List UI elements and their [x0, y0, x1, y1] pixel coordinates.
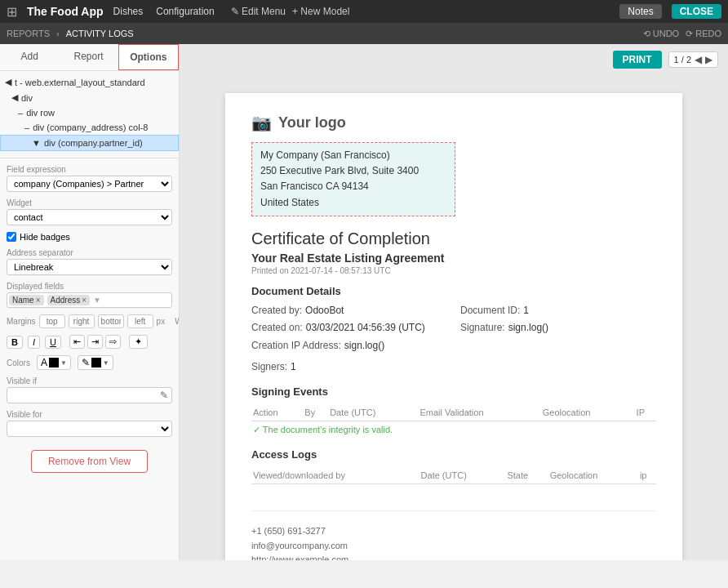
tab-report[interactable]: Report: [59, 44, 118, 70]
displayed-fields-row: Displayed fields Name × Address × ▼: [0, 278, 179, 311]
integrity-message: ✓ The document's integrity is valid.: [253, 425, 393, 434]
align-left-btn[interactable]: ⇤: [69, 335, 85, 349]
top-navigation: ⊞ The Food App Dishes Configuration ✎ Ed…: [0, 0, 728, 23]
margin-top[interactable]: [39, 314, 65, 328]
nav-dishes[interactable]: Dishes: [113, 6, 144, 17]
text-color-btn[interactable]: A ▼: [37, 355, 71, 370]
address-line-2: San Francisco CA 94134: [260, 179, 446, 194]
align-center-btn[interactable]: ⇥: [87, 335, 103, 349]
margin-bottom[interactable]: [98, 314, 124, 328]
tree-item-3[interactable]: – div (company_address) col-8: [0, 120, 179, 135]
hide-badges-checkbox[interactable]: [7, 232, 16, 242]
align-right-btn[interactable]: ⇨: [105, 335, 121, 349]
alignment-buttons: ⇤ ⇥ ⇨: [69, 335, 121, 349]
edit-menu-btn[interactable]: ✎ Edit Menu: [231, 6, 286, 17]
margin-right[interactable]: [69, 314, 95, 328]
footer-website: http://www.example.com: [251, 553, 656, 560]
col-state: State: [505, 467, 548, 484]
doc-id-label: Document ID:: [460, 302, 520, 320]
creation-ip-label: Creation IP Address:: [251, 337, 341, 355]
signing-table-header-row: Action By Date (UTC) Email Validation Ge…: [251, 404, 656, 421]
margin-px: px: [157, 317, 166, 326]
tree-label: div row: [26, 108, 55, 118]
nav-configuration[interactable]: Configuration: [156, 6, 214, 17]
italic-btn[interactable]: I: [28, 336, 40, 349]
col-date-utc: Date (UTC): [419, 467, 506, 484]
creation-ip-value: sign.log(): [344, 337, 384, 355]
field-expression-select[interactable]: company (Companies) > Partner: [7, 176, 172, 192]
tree-arrow: ◀: [11, 92, 18, 103]
tree-item-4[interactable]: ▼ div (company.partner_id): [0, 135, 179, 151]
redo-btn[interactable]: ⟳ REDO: [686, 29, 721, 39]
text-color-icon: A: [41, 357, 47, 368]
tree-item-2[interactable]: – div row: [0, 105, 179, 120]
creation-ip: Creation IP Address: sign.log(): [251, 337, 447, 355]
app-name: The Food App: [27, 5, 104, 18]
notes-button[interactable]: Notes: [619, 4, 661, 19]
tree-arrow: –: [24, 122, 29, 132]
visible-for-select[interactable]: [7, 421, 172, 437]
widget-select[interactable]: contact: [7, 209, 172, 225]
left-sidebar: Add Report Options ◀ t - web.external_la…: [0, 44, 180, 560]
visible-if-label: Visible if: [7, 376, 172, 385]
tree-item-0[interactable]: ◀ t - web.external_layout_standard: [0, 74, 179, 90]
field-tag-name: Name ×: [9, 295, 44, 305]
font-style-btn[interactable]: ✦: [129, 335, 148, 349]
col-date: Date (UTC): [328, 404, 418, 421]
visible-if-input[interactable]: ✎: [7, 387, 172, 403]
address-line-0: My Company (San Francisco): [260, 148, 446, 163]
right-content: PRINT 1 / 2 ◀ ▶ 📷 Your logo My Company (…: [180, 44, 728, 560]
prev-page-btn[interactable]: ◀: [695, 54, 702, 65]
app-grid-icon[interactable]: ⊞: [7, 4, 17, 20]
bg-color-swatch: [91, 358, 101, 368]
signature: Signature: sign.log(): [460, 319, 656, 337]
address-box[interactable]: My Company (San Francisco) 250 Executive…: [251, 142, 455, 216]
created-on: Created on: 03/03/2021 04:56:39 (UTC): [251, 319, 447, 337]
breadcrumb-activity[interactable]: ACTIVITY LOGS: [66, 29, 134, 38]
access-logs-title: Access Logs: [251, 448, 656, 461]
underline-btn[interactable]: U: [45, 336, 61, 349]
address-separator-select[interactable]: Linebreak: [7, 259, 172, 275]
tree-structure: ◀ t - web.external_layout_standard ◀ div…: [0, 71, 179, 154]
document-title: Certificate of Completion: [251, 229, 656, 248]
undo-btn[interactable]: ⟲ UNDO: [643, 29, 679, 39]
bg-color-btn[interactable]: ✎ ▼: [78, 355, 113, 370]
next-page-btn[interactable]: ▶: [705, 54, 712, 65]
created-on-value: 03/03/2021 04:56:39 (UTC): [306, 319, 425, 337]
tree-item-1[interactable]: ◀ div: [0, 90, 179, 105]
margins-label: Margins: [7, 317, 36, 326]
edit-icon[interactable]: ✎: [160, 390, 168, 401]
document-subtitle: Your Real Estate Listing Agreement: [251, 252, 656, 265]
widget-row: Widget contact: [0, 195, 179, 229]
details-grid: Created by: OdooBot Document ID: 1 Creat…: [251, 302, 656, 355]
col-geolocation: Geolocation: [548, 467, 638, 484]
tree-label: div (company_address) col-8: [33, 122, 148, 132]
field-expression-label: Field expression: [7, 165, 172, 174]
address-line-3: United States: [260, 195, 446, 211]
tab-add[interactable]: Add: [0, 44, 59, 70]
bg-color-arrow: ▼: [103, 359, 109, 367]
details-section-title: Document Details: [251, 285, 656, 297]
created-by-value: OdooBot: [305, 302, 344, 320]
remove-from-view-button[interactable]: Remove from View: [31, 450, 148, 473]
bold-btn[interactable]: B: [7, 336, 23, 349]
print-button[interactable]: PRINT: [613, 51, 662, 69]
col-geo: Geolocation: [541, 404, 635, 421]
close-button[interactable]: CLOSE: [672, 4, 721, 19]
footer-phone: +1 (650) 691-3277: [251, 524, 656, 539]
tag-name-remove[interactable]: ×: [36, 296, 41, 305]
doc-id-value: 1: [523, 302, 529, 320]
breadcrumb-reports[interactable]: REPORTS: [7, 29, 50, 38]
col-ip: IP: [635, 404, 656, 421]
field-tag-address: Address ×: [47, 295, 91, 305]
margin-left[interactable]: [127, 314, 153, 328]
new-model-btn[interactable]: + New Model: [292, 6, 349, 17]
tag-address-remove[interactable]: ×: [82, 296, 87, 305]
signature-label: Signature:: [460, 319, 505, 337]
address-line-1: 250 Executive Park Blvd, Suite 3400: [260, 163, 446, 179]
add-field-btn[interactable]: ▼: [93, 296, 101, 305]
signature-value: sign.log(): [508, 319, 548, 337]
displayed-fields-label: Displayed fields: [7, 282, 172, 291]
signing-table-head: Action By Date (UTC) Email Validation Ge…: [251, 404, 656, 421]
tab-options[interactable]: Options: [118, 44, 179, 70]
